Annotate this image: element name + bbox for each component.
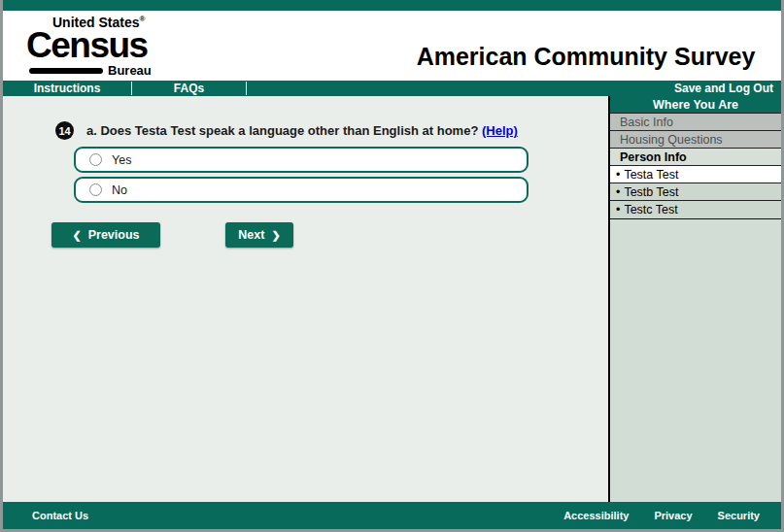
top-navbar: Instructions FAQs Save and Log Out xyxy=(3,81,781,96)
sidebar-item-label: Housing Questions xyxy=(620,133,723,147)
answer-options: Yes No xyxy=(74,147,528,203)
nav-instructions[interactable]: Instructions xyxy=(3,81,131,96)
no-radio[interactable] xyxy=(89,183,102,196)
help-link[interactable]: (Help) xyxy=(482,123,518,138)
chevron-right-icon: ❯ xyxy=(271,229,280,242)
census-bureau-logo: United States® Census Bureau xyxy=(26,16,152,77)
sidebar-item-label: Person Info xyxy=(620,150,687,164)
main-question-area: 14 a. Does Testa Test speak a language o… xyxy=(3,96,608,502)
sidebar-item-label: Testc Test xyxy=(624,203,677,216)
security-link[interactable]: Security xyxy=(718,510,760,521)
yes-label: Yes xyxy=(112,153,131,167)
question-row: 14 a. Does Testa Test speak a language o… xyxy=(55,120,608,140)
survey-page: United States® Census Bureau American Co… xyxy=(0,0,784,532)
yes-radio[interactable] xyxy=(89,153,102,166)
sidebar-item-testb-test: •Testb Test xyxy=(610,183,781,201)
option-yes[interactable]: Yes xyxy=(74,147,528,173)
logo-census-wordmark: Census xyxy=(26,27,152,63)
chevron-left-icon: ❮ xyxy=(72,229,81,242)
content-area: 14 a. Does Testa Test speak a language o… xyxy=(3,96,781,502)
nav-spacer xyxy=(247,81,674,96)
logo-bureau-row: Bureau xyxy=(26,64,152,77)
nav-faqs[interactable]: FAQs xyxy=(132,81,246,96)
bullet-icon: • xyxy=(616,168,620,182)
next-label: Next xyxy=(238,228,264,242)
contact-us-link[interactable]: Contact Us xyxy=(32,510,88,521)
logo-bureau: Bureau xyxy=(108,64,152,77)
top-accent-strip xyxy=(0,0,784,11)
sidebar-item-housing-questions: Housing Questions xyxy=(610,131,781,149)
save-and-logout-button[interactable]: Save and Log Out xyxy=(674,81,781,96)
accessibility-link[interactable]: Accessibility xyxy=(563,510,629,521)
previous-button[interactable]: ❮ Previous xyxy=(51,222,160,248)
bullet-icon: • xyxy=(616,203,620,216)
previous-label: Previous xyxy=(88,228,140,242)
navigation-buttons: ❮ Previous Next ❯ xyxy=(51,222,608,248)
sidebar-item-person-info: Person Info xyxy=(610,149,781,166)
question-text-label: a. Does Testa Test speak a language othe… xyxy=(86,123,478,138)
page-title: American Community Survey xyxy=(392,43,780,71)
footer: Contact Us Accessibility Privacy Securit… xyxy=(3,502,781,529)
where-you-are-sidebar: Where You Are Basic Info Housing Questio… xyxy=(608,96,781,502)
progress-table: Where You Are Basic Info Housing Questio… xyxy=(610,96,781,219)
privacy-link[interactable]: Privacy xyxy=(654,510,692,521)
bullet-icon: • xyxy=(616,185,620,199)
option-no[interactable]: No xyxy=(74,177,528,203)
sidebar-item-label: Testb Test xyxy=(624,185,678,199)
sidebar-item-testa-test: •Testa Test xyxy=(610,166,781,183)
sidebar-item-basic-info: Basic Info xyxy=(610,114,781,131)
logo-underline-bar xyxy=(29,68,103,74)
question-text: a. Does Testa Test speak a language othe… xyxy=(86,120,518,138)
registered-mark: ® xyxy=(139,15,145,23)
question-number-badge: 14 xyxy=(55,121,74,140)
sidebar-item-label: Testa Test xyxy=(624,168,678,182)
sidebar-item-testc-test: •Testc Test xyxy=(610,201,781,218)
header: United States® Census Bureau American Co… xyxy=(3,11,781,81)
sidebar-title: Where You Are xyxy=(610,96,781,114)
next-button[interactable]: Next ❯ xyxy=(225,222,293,248)
sidebar-item-label: Basic Info xyxy=(620,116,673,129)
no-label: No xyxy=(112,183,127,197)
